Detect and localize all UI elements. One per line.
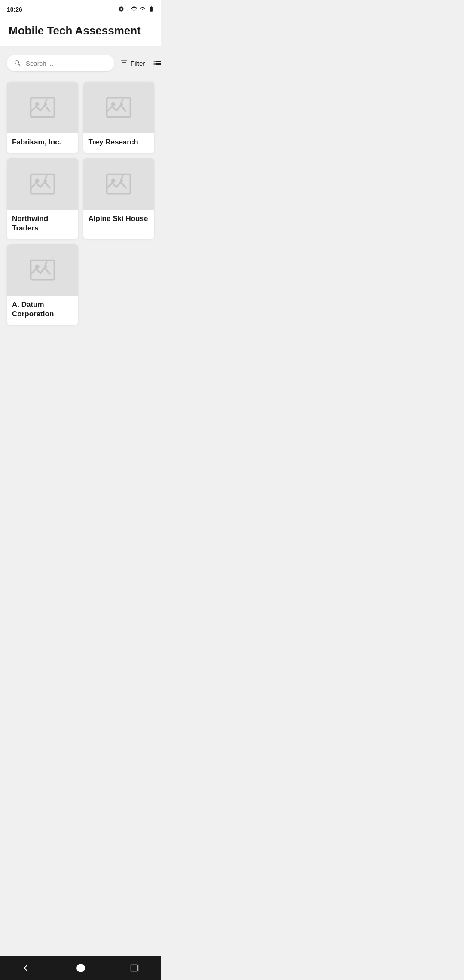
home-button[interactable]	[69, 959, 93, 977]
card-image-fabrikam	[7, 82, 78, 133]
search-box[interactable]	[7, 55, 114, 71]
card-image-alpine	[83, 158, 155, 210]
wifi-icon	[131, 6, 137, 13]
svg-point-13	[111, 179, 116, 183]
signal-icon	[140, 6, 146, 13]
companies-grid: Fabrikam, Inc. Trey Research	[7, 82, 154, 325]
company-name-trey: Trey Research	[83, 133, 155, 153]
company-name-fabrikam: Fabrikam, Inc.	[7, 133, 78, 153]
company-card-trey[interactable]: Trey Research	[83, 82, 155, 153]
svg-rect-21	[131, 965, 138, 971]
svg-point-5	[111, 102, 116, 107]
view-toggle-buttons	[151, 57, 161, 70]
dot-icon: ·	[127, 6, 128, 13]
main-content: Filter	[0, 46, 161, 334]
card-image-trey	[83, 82, 155, 133]
filter-label: Filter	[131, 60, 145, 67]
status-time: 10:26	[7, 6, 22, 13]
company-card-alpine[interactable]: Alpine Ski House	[83, 158, 155, 239]
card-image-adatum	[7, 244, 78, 296]
svg-point-17	[35, 265, 39, 269]
page-title: Mobile Tech Assessment	[9, 24, 153, 37]
filter-button[interactable]: Filter	[119, 57, 146, 70]
filter-icon	[120, 58, 128, 68]
svg-point-20	[76, 964, 85, 972]
search-input[interactable]	[26, 60, 107, 67]
battery-icon	[148, 6, 154, 13]
status-icons: ·	[118, 6, 154, 13]
recent-button[interactable]	[123, 960, 146, 976]
list-view-button[interactable]	[151, 57, 161, 70]
svg-point-1	[35, 102, 39, 107]
company-card-northwind[interactable]: Northwind Traders	[7, 158, 78, 239]
status-bar: 10:26 ·	[0, 0, 161, 17]
search-icon	[14, 59, 21, 67]
company-name-adatum: A. Datum Corporation	[7, 296, 78, 325]
company-name-alpine: Alpine Ski House	[83, 210, 155, 230]
card-image-northwind	[7, 158, 78, 210]
company-name-northwind: Northwind Traders	[7, 210, 78, 239]
svg-point-9	[35, 179, 39, 183]
company-card-fabrikam[interactable]: Fabrikam, Inc.	[7, 82, 78, 153]
settings-icon	[118, 6, 124, 13]
bottom-nav	[0, 956, 161, 980]
company-card-adatum[interactable]: A. Datum Corporation	[7, 244, 78, 325]
app-header: Mobile Tech Assessment	[0, 17, 161, 46]
back-button[interactable]	[15, 959, 39, 977]
search-filter-row: Filter	[7, 55, 154, 71]
